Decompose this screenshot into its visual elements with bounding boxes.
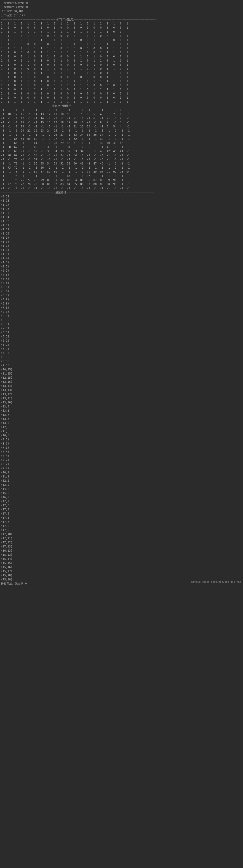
- console-line: 1 1 1 1 1 1 1 1 1 1 1 1 1 1 1 1 1 1 1 1: [1, 100, 242, 104]
- console-line: (1,9): [1, 236, 242, 240]
- console-line: 1 0 0 0 0 0 0 0 0 0 0 0 0 0 0 0 0 0 1 1: [1, 96, 242, 100]
- console-line: (7,4): [1, 450, 242, 454]
- console-line: ===============================最短路径图展示==…: [1, 104, 242, 108]
- console-line: (1,12): [1, 223, 242, 227]
- console-line: (1,7): [1, 244, 242, 248]
- console-line: (1,17): [1, 203, 242, 207]
- console-line: 1 1 1 0 1 1 1 1 1 1 1 0 0 0 1 1 0 0 0 1: [1, 38, 242, 42]
- console-line: (8,15): [1, 355, 242, 359]
- console-line: (7,11): [1, 326, 242, 330]
- console-line: (17,2): [1, 499, 242, 503]
- console-line: (8,2): [1, 462, 242, 466]
- console-line: 1 1 1 1 1 1 1 1 1 1 1 1 1 1 1 1 1 1 0 1: [1, 22, 242, 26]
- console-line: (12,2): [1, 478, 242, 483]
- console-line: (10,5): [1, 433, 242, 437]
- console-line: (17,9): [1, 528, 242, 532]
- console-line: (17,10): [1, 532, 242, 536]
- console-line: (7,8): [1, 306, 242, 310]
- console-line: (1,11): [1, 227, 242, 231]
- console-line: (17,4): [1, 507, 242, 512]
- console-line: -1 -1 66 -1 -1 61 -1 -1 28 29 30 31 -1 -…: [1, 141, 242, 145]
- console-line: (3,3): [1, 269, 242, 273]
- console-line: (5,3): [1, 277, 242, 281]
- console-line: (1,8): [1, 240, 242, 244]
- console-line: 1 1 0 1 1 0 1 0 0 0 0 0 0 0 1 0 0 0 0 1: [1, 63, 242, 67]
- console-line: (5,5): [1, 285, 242, 289]
- console-line: (13,14): [1, 384, 242, 388]
- console-line: 入口位置:(0,18): [1, 9, 242, 13]
- console-line: (5,6): [1, 289, 242, 293]
- console-line: (8,11): [1, 322, 242, 326]
- console-line: =================================最短路径===…: [1, 190, 242, 194]
- console-line: -1 -1 -1 18 -1 -1 15 16 17 18 19 20 -1 -…: [1, 120, 242, 124]
- console-line: (13,11): [1, 396, 242, 400]
- console-line: (1,3): [1, 260, 242, 265]
- console-line: (16,2): [1, 495, 242, 499]
- console-line: (8,10): [1, 318, 242, 322]
- console-line: (1,14): [1, 215, 242, 219]
- console-line: (17,7): [1, 520, 242, 524]
- console-line: 1 0 0 1 1 0 1 0 1 1 1 1 1 1 1 1 1 1 1 1: [1, 79, 242, 83]
- console-line: -1 -1 -1 17 -1 -1 14 -1 -1 -1 -1 -1 -1 -…: [1, 116, 242, 120]
- console-line: (13,7): [1, 413, 242, 417]
- console-line: -1 18 17 16 15 14 13 12 11 10 9 8 7 6 5 …: [1, 112, 242, 116]
- console-line: (7,3): [1, 454, 242, 458]
- console-line: 1 1 0 1 1 0 1 1 1 1 1 1 1 1 1 0 1 1 1 1: [1, 71, 242, 75]
- console-line: 1 1 1 0 0 0 0 0 0 1 1 1 1 1 1 1 1 1 1 1: [1, 42, 242, 46]
- console-line: (1,18): [1, 198, 242, 203]
- console-line: -1 -1 74 -1 -1 -1 -1 -1 -1 -1 84 -1 -1 8…: [1, 174, 242, 178]
- console-line: -1 77 76 77 78 79 80 81 82 83 84 85 86 8…: [1, 182, 242, 186]
- console-line: 1 0 0 1 1 0 1 0 1 1 0 1 1 0 1 1 0 1 1 1: [1, 59, 242, 63]
- console-line: (15,14): [1, 557, 242, 561]
- console-line: -1 -1 73 -1 -1 58 57 58 59 -1 -1 -1 -1 8…: [1, 170, 242, 174]
- console-line: 1 1 0 0 0 0 1 1 1 0 1 0 1 1 1 0 1 1 1 1: [1, 67, 242, 71]
- console-line: (1,13): [1, 219, 242, 223]
- console-line: 1 1 1 0 1 1 0 0 0 0 0 0 1 1 1 0 0 1 0 1: [1, 34, 242, 38]
- console-line: (1,16): [1, 207, 242, 211]
- console-line: (11,2): [1, 474, 242, 478]
- console-line: -1 -1 65 64 63 62 -1 -1 27 -1 -1 32 -1 -…: [1, 137, 242, 141]
- console-line: (13,15): [1, 380, 242, 384]
- console-line: (13,12): [1, 392, 242, 396]
- console-line: (12,5): [1, 425, 242, 429]
- console-line: -1 -1 -1 -1 -1 -1 -1 -1 -1 -1 -1 -1 -1 -…: [1, 186, 242, 190]
- console-line: 1 1 0 1 1 0 0 0 0 1 1 1 1 0 0 0 0 0 0 0: [1, 83, 242, 87]
- console-line: (17,11): [1, 536, 242, 540]
- console-line: -1 -1 -1 -1 -1 -1 -1 -1 -1 -1 -1 -1 -1 -…: [1, 108, 242, 112]
- console-line: (17,5): [1, 512, 242, 516]
- console-line: 1 1 1 1 1 1 1 1 0 0 1 0 0 0 0 0 1 1 1 1: [1, 46, 242, 50]
- console-line: -1 -1 70 -1 -1 57 -1 -1 -1 -1 -1 -1 -1 -…: [1, 157, 242, 161]
- console-line: -1 -1 71 -1 -1 56 55 54 53 52 51 50 49 4…: [1, 161, 242, 166]
- console-line: -1 -1 -1 20 21 22 23 24 25 -1 -1 -1 -1 -…: [1, 129, 242, 133]
- console-line: (6,12): [1, 335, 242, 339]
- console-line: (4,3): [1, 273, 242, 277]
- console-line: (5,4): [1, 281, 242, 285]
- console-line: (8,8): [1, 310, 242, 314]
- console-line: 1 1 0 1 1 0 0 0 0 0 0 0 0 0 0 0 1 1 1 1: [1, 75, 242, 79]
- console-line: 1 1 0 1 1 1 1 1 1 1 0 1 1 0 1 1 1 1 1 1: [1, 87, 242, 92]
- console-line: (1,5): [1, 252, 242, 256]
- console-line: (15,13): [1, 553, 242, 557]
- console-line: (7,2): [1, 458, 242, 462]
- console-line: (15,17): [1, 569, 242, 573]
- console-line: (13,6): [1, 417, 242, 421]
- console-line: (7,15): [1, 351, 242, 355]
- console-line: -1 70 69 -1 -1 58 -1 -1 -1 34 -1 34 -1 -…: [1, 153, 242, 157]
- console-line: (11,15): [1, 372, 242, 376]
- console-line: (15,2): [1, 491, 242, 495]
- console-line: -1 68 67 -1 -1 60 -1 30 -1 -1 31 -1 -1 3…: [1, 145, 242, 149]
- console-line: (13,10): [1, 400, 242, 404]
- console-line: ==================================打印二维数组…: [1, 18, 242, 22]
- console-line: (1,6): [1, 248, 242, 252]
- console-line: (8,16): [1, 359, 242, 363]
- console-line: (6,11): [1, 330, 242, 335]
- console-line: 出口位置:(15,19): [1, 13, 242, 18]
- console-line: (6,15): [1, 347, 242, 351]
- console-line: (9,2): [1, 466, 242, 470]
- console-line: 1 1 0 0 0 0 0 0 0 0 0 0 0 0 0 0 0 0 1 1: [1, 92, 242, 96]
- console-line: (6,8): [1, 302, 242, 306]
- console-line: 1 1 1 0 1 1 0 1 1 1 1 1 1 0 1 1 1 0 1: [1, 30, 242, 34]
- console-line: -1 -1 68 -1 -1 59 -1 35 34 33 32 33 34 3…: [1, 149, 242, 153]
- console-line: (13,8): [1, 409, 242, 413]
- console-line: (12,15): [1, 376, 242, 380]
